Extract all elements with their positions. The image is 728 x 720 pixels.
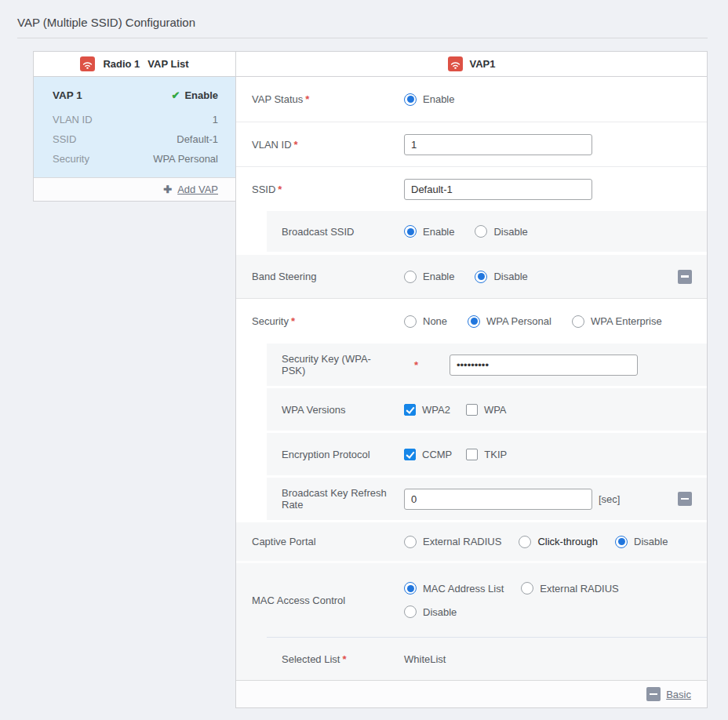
option-label: Disable: [493, 271, 527, 282]
radio-icon[interactable]: [404, 271, 417, 283]
vlan-id-label: VLAN ID: [53, 114, 93, 125]
row-wpa-versions: WPA Versions WPA2 WPA: [267, 388, 707, 433]
add-vap-row: ✚ Add VAP: [34, 177, 235, 201]
option-label: Disable: [634, 536, 668, 547]
mac-address-list-radio[interactable]: MAC Address List: [404, 582, 504, 595]
band-steering-disable-radio[interactable]: Disable: [475, 271, 527, 283]
security-label: Security*: [252, 315, 404, 327]
vap-detail-panel: VAP1 VAP Status* Enable VLAN ID* SSID* B…: [235, 51, 708, 708]
option-label: External RADIUS: [423, 536, 501, 547]
wpa-checkbox[interactable]: WPA: [466, 404, 507, 416]
radio-selected-icon[interactable]: [404, 225, 417, 238]
mac-disable-radio[interactable]: Disable: [404, 605, 457, 618]
row-security: Security* None WPA Personal WPA Enterpri…: [236, 299, 707, 344]
option-label: TKIP: [484, 449, 507, 460]
radio-label: Radio 1: [103, 58, 140, 70]
checkbox-icon[interactable]: [466, 404, 478, 416]
required-asterisk: *: [278, 184, 282, 195]
vlan-id-input[interactable]: [404, 134, 592, 155]
row-selected-list: Selected List* WhiteList: [236, 638, 707, 680]
radio-selected-icon[interactable]: [475, 271, 487, 283]
selected-list-value: WhiteList: [404, 653, 446, 665]
radio-icon[interactable]: [475, 225, 487, 238]
band-steering-enable-radio[interactable]: Enable: [404, 271, 454, 283]
vap-card-status-label: Enable: [184, 89, 218, 101]
option-label: WPA Enterprise: [591, 315, 662, 327]
broadcast-ssid-label: Broadcast SSID: [282, 226, 404, 238]
broadcast-key-refresh-rate-input[interactable]: [404, 489, 592, 510]
option-label: External RADIUS: [540, 583, 618, 595]
radio-icon[interactable]: [404, 605, 417, 618]
option-label: Enable: [423, 226, 454, 238]
security-key-input[interactable]: [450, 355, 638, 376]
radio-icon[interactable]: [404, 315, 417, 328]
ssid-label: SSID: [53, 133, 76, 145]
captive-portal-disable-radio[interactable]: Disable: [615, 536, 668, 548]
ccmp-checkbox[interactable]: CCMP: [404, 449, 452, 460]
row-ssid: SSID*: [236, 167, 707, 211]
captive-portal-click-through-radio[interactable]: Click-through: [519, 536, 598, 548]
row-band-steering: Band Steering Enable Disable: [236, 255, 707, 299]
radio-icon[interactable]: [519, 536, 531, 548]
option-label: None: [423, 315, 447, 327]
radio-selected-icon[interactable]: [468, 315, 480, 328]
captive-portal-label: Captive Portal: [252, 536, 404, 547]
option-label: WPA Personal: [486, 315, 551, 327]
broadcast-ssid-disable-radio[interactable]: Disable: [475, 225, 527, 238]
ssid-value: Default-1: [177, 133, 218, 145]
vap-detail-title: VAP1: [470, 58, 496, 70]
check-icon: ✔: [171, 89, 180, 101]
security-wpa-enterprise-radio[interactable]: WPA Enterprise: [572, 315, 662, 328]
basic-minus-button[interactable]: [646, 687, 661, 701]
selected-list-label: Selected List*: [282, 653, 404, 665]
ssid-input[interactable]: [404, 179, 592, 200]
checkbox-checked-icon[interactable]: [404, 404, 416, 416]
vap-status-label: VAP Status*: [252, 93, 404, 105]
required-asterisk: *: [291, 315, 295, 327]
collapse-minus-button[interactable]: [678, 270, 692, 284]
broadcast-ssid-enable-radio[interactable]: Enable: [404, 225, 454, 238]
vap-card-status: ✔ Enable: [171, 89, 218, 101]
security-none-radio[interactable]: None: [404, 315, 447, 328]
row-vap-status: VAP Status* Enable: [236, 77, 707, 122]
checkbox-checked-icon[interactable]: [404, 449, 416, 460]
ssid-label: SSID*: [252, 184, 404, 195]
vap-list-panel: Radio 1 VAP List VAP 1 ✔ Enable VLAN ID …: [33, 51, 236, 202]
radio-icon[interactable]: [572, 315, 584, 328]
broadcast-key-refresh-rate-label: Broadcast Key Refresh Rate: [282, 487, 404, 511]
radio-selected-icon[interactable]: [404, 582, 417, 595]
option-label: Enable: [423, 93, 454, 105]
vap-card[interactable]: VAP 1 ✔ Enable VLAN ID 1 SSID Default-1 …: [34, 77, 235, 177]
security-wpa-personal-radio[interactable]: WPA Personal: [468, 315, 551, 328]
tkip-checkbox[interactable]: TKIP: [466, 449, 507, 460]
radio-selected-icon[interactable]: [615, 536, 628, 548]
row-broadcast-ssid: Broadcast SSID Enable Disable: [267, 211, 707, 255]
checkbox-icon[interactable]: [466, 449, 478, 460]
vap-list-header: Radio 1 VAP List: [34, 52, 235, 77]
captive-portal-external-radius-radio[interactable]: External RADIUS: [404, 536, 501, 548]
wpa2-checkbox[interactable]: WPA2: [404, 404, 450, 416]
security-key-label: Security Key (WPA-PSK) *: [282, 353, 450, 376]
radio-icon[interactable]: [404, 536, 417, 548]
panel-footer: Basic: [236, 681, 707, 707]
mac-access-control-label: MAC Access Control: [252, 595, 404, 606]
add-vap-link[interactable]: Add VAP: [177, 184, 218, 195]
row-vlan-id: VLAN ID*: [236, 122, 707, 167]
wifi-icon: [80, 56, 95, 71]
vap-detail-header: VAP1: [236, 52, 707, 77]
radio-icon[interactable]: [521, 582, 533, 595]
vlan-id-value: 1: [213, 114, 218, 125]
security-value: WPA Personal: [153, 153, 218, 165]
mac-external-radius-radio[interactable]: External RADIUS: [521, 582, 618, 595]
vap-status-enable-radio[interactable]: Enable: [404, 93, 454, 106]
row-security-key: Security Key (WPA-PSK) *: [267, 344, 707, 388]
radio-selected-icon[interactable]: [404, 93, 417, 106]
required-asterisk: *: [294, 139, 298, 151]
security-label: Security: [53, 153, 89, 165]
collapse-minus-button[interactable]: [678, 492, 692, 506]
required-asterisk: *: [342, 653, 346, 665]
vap-card-row-security: Security WPA Personal: [53, 149, 218, 169]
row-broadcast-key-refresh-rate: Broadcast Key Refresh Rate [sec]: [267, 478, 707, 522]
basic-link[interactable]: Basic: [666, 689, 691, 700]
option-label: MAC Address List: [423, 583, 504, 595]
